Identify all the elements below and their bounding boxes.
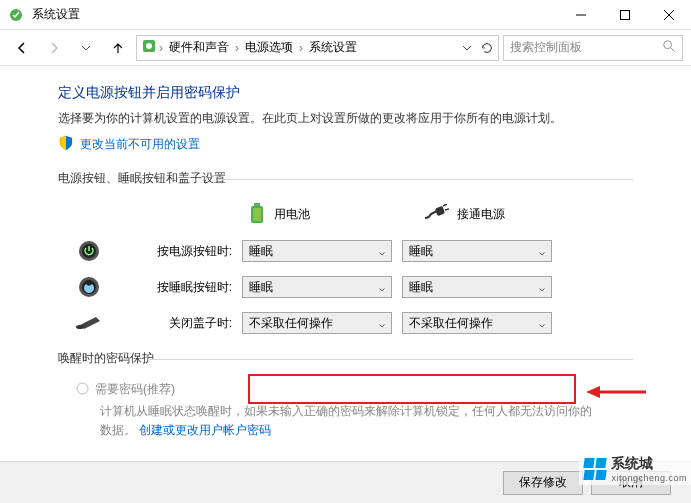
row-sleep-button: 按睡眠按钮时: 睡眠⌵ 睡眠⌵ — [58, 274, 633, 300]
plug-icon — [423, 204, 449, 225]
row-power-button: 按电源按钮时: 睡眠⌵ 睡眠⌵ — [58, 238, 633, 264]
watermark: 系统城 xitongcheng.com — [579, 453, 691, 485]
select-lid-battery[interactable]: 不采取任何操作⌵ — [242, 312, 392, 334]
radio-require-password: 需要密码(推荐) — [58, 381, 633, 398]
row-power-label: 按电源按钮时: — [112, 243, 242, 260]
minimize-button[interactable] — [559, 0, 603, 30]
svg-point-19 — [76, 325, 84, 329]
watermark-logo-icon — [583, 457, 607, 481]
control-panel-icon — [141, 38, 157, 57]
section-password-wake: 唤醒时的密码保护 — [58, 350, 633, 367]
chevron-down-icon: ⌵ — [539, 282, 545, 293]
search-icon[interactable] — [662, 39, 676, 56]
battery-icon — [248, 201, 266, 228]
close-button[interactable] — [647, 0, 691, 30]
maximize-button[interactable] — [603, 0, 647, 30]
breadcrumb-bar[interactable]: › 硬件和声音 › 电源选项 › 系统设置 — [136, 35, 499, 61]
radio-require-label: 需要密码(推荐) — [95, 381, 175, 398]
select-sleep-plugged[interactable]: 睡眠⌵ — [402, 276, 552, 298]
breadcrumb-seg-hardware[interactable]: 硬件和声音 — [165, 39, 233, 56]
power-icon — [76, 238, 102, 264]
save-button[interactable]: 保存修改 — [503, 471, 583, 495]
window-title: 系统设置 — [32, 6, 559, 23]
svg-line-13 — [443, 204, 447, 206]
chevron-down-icon: ⌵ — [379, 246, 385, 257]
svg-rect-9 — [254, 203, 260, 206]
radio-require-desc: 计算机从睡眠状态唤醒时，如果未输入正确的密码来解除计算机锁定，任何人都无法访问你… — [58, 402, 633, 440]
breadcrumb-chevron-icon[interactable]: › — [233, 41, 241, 55]
breadcrumb-chevron-icon[interactable]: › — [157, 41, 165, 55]
watermark-domain: xitongcheng.com — [611, 473, 687, 483]
search-input[interactable]: 搜索控制面板 — [503, 35, 683, 61]
laptop-icon — [76, 310, 102, 336]
svg-line-14 — [445, 209, 449, 210]
select-sleep-battery[interactable]: 睡眠⌵ — [242, 276, 392, 298]
svg-rect-12 — [435, 206, 445, 216]
content-area: 定义电源按钮并启用密码保护 选择要为你的计算机设置的电源设置。在此页上对设置所做… — [0, 66, 691, 503]
row-lid-close: 关闭盖子时: 不采取任何操作⌵ 不采取任何操作⌵ — [58, 310, 633, 336]
address-bar-row: › 硬件和声音 › 电源选项 › 系统设置 搜索控制面板 — [0, 30, 691, 66]
chevron-down-icon: ⌵ — [539, 246, 545, 257]
window-titlebar: 系统设置 — [0, 0, 691, 30]
sleep-icon — [76, 274, 102, 300]
search-placeholder: 搜索控制面板 — [510, 39, 582, 56]
create-password-link[interactable]: 创建或更改用户帐户密码 — [139, 423, 271, 437]
row-lid-label: 关闭盖子时: — [112, 315, 242, 332]
svg-point-6 — [146, 43, 152, 49]
breadcrumb-chevron-icon[interactable]: › — [297, 41, 305, 55]
page-description: 选择要为你的计算机设置的电源设置。在此页上对设置所做的更改将应用于你所有的电源计… — [58, 110, 633, 127]
svg-line-8 — [671, 48, 675, 52]
column-headers: 用电池 接通电源 — [58, 201, 633, 228]
section-power-buttons: 电源按钮、睡眠按钮和盖子设置 — [58, 170, 633, 187]
page-heading: 定义电源按钮并启用密码保护 — [58, 84, 633, 102]
change-unavailable-link[interactable]: 更改当前不可用的设置 — [80, 136, 200, 153]
breadcrumb-seg-power[interactable]: 电源选项 — [241, 39, 297, 56]
recent-dropdown[interactable] — [72, 35, 100, 61]
breadcrumb-seg-system[interactable]: 系统设置 — [305, 39, 361, 56]
watermark-name: 系统城 — [611, 455, 653, 471]
refresh-icon[interactable] — [480, 41, 494, 55]
col-battery-label: 用电池 — [274, 206, 310, 223]
svg-rect-11 — [253, 208, 261, 221]
row-sleep-label: 按睡眠按钮时: — [112, 279, 242, 296]
app-icon — [8, 7, 24, 23]
col-plugged-label: 接通电源 — [457, 206, 505, 223]
chevron-down-icon[interactable] — [462, 43, 472, 53]
svg-point-7 — [664, 41, 672, 49]
chevron-down-icon: ⌵ — [379, 282, 385, 293]
svg-rect-2 — [621, 10, 630, 19]
radio-icon — [76, 382, 89, 398]
up-button[interactable] — [104, 35, 132, 61]
svg-point-20 — [77, 383, 88, 394]
annotation-arrow — [586, 384, 646, 403]
select-power-plugged[interactable]: 睡眠⌵ — [402, 240, 552, 262]
chevron-down-icon: ⌵ — [539, 318, 545, 329]
select-lid-plugged[interactable]: 不采取任何操作⌵ — [402, 312, 552, 334]
forward-button[interactable] — [40, 35, 68, 61]
shield-icon — [58, 135, 74, 154]
select-power-battery[interactable]: 睡眠⌵ — [242, 240, 392, 262]
chevron-down-icon: ⌵ — [379, 318, 385, 329]
back-button[interactable] — [8, 35, 36, 61]
